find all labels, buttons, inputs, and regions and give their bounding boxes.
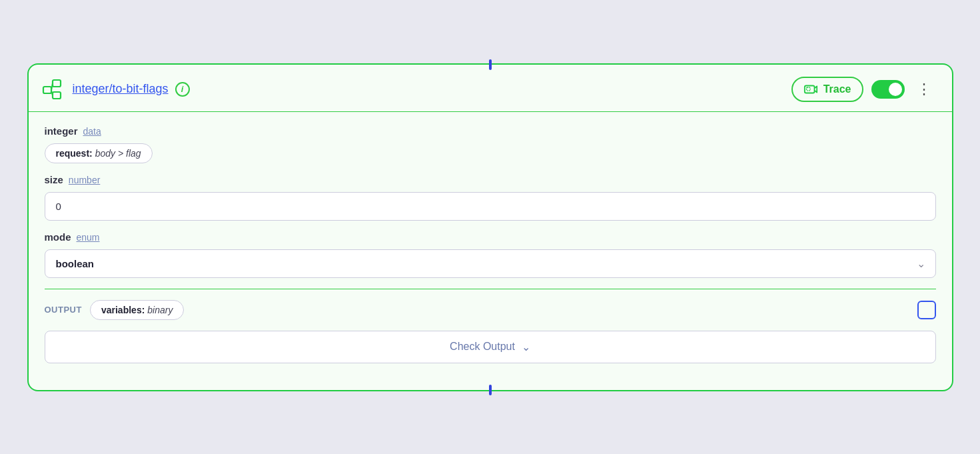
data-tag-key: request: — [56, 148, 93, 159]
svg-line-4 — [51, 91, 53, 95]
output-row: OUTPUT variables: binary — [45, 300, 936, 320]
data-label-row: integer data — [45, 125, 936, 137]
section-divider — [45, 289, 936, 289]
trace-camera-icon — [803, 82, 818, 97]
data-field-type[interactable]: data — [83, 126, 101, 137]
mode-field-name: mode — [45, 231, 71, 243]
svg-rect-6 — [806, 87, 810, 91]
mode-field-type[interactable]: enum — [77, 232, 100, 243]
check-chevron-icon: ⌄ — [522, 341, 530, 353]
header-actions: Trace ⋮ — [791, 77, 936, 102]
data-tag-value: body > flag — [95, 148, 141, 159]
data-tag-pill: request: body > flag — [45, 143, 153, 163]
logo-icon — [42, 77, 66, 101]
mode-field-group: mode enum boolean number string ⌄ — [45, 231, 936, 278]
size-label-row: size number — [45, 174, 936, 185]
title-link[interactable]: integer/to-bit-flags — [73, 82, 169, 96]
size-field-type[interactable]: number — [69, 175, 100, 185]
output-label: OUTPUT — [45, 305, 82, 315]
card-content: integer data request: body > flag size n… — [29, 112, 952, 377]
size-input[interactable] — [45, 192, 936, 221]
more-menu-button[interactable]: ⋮ — [913, 79, 936, 99]
output-checkbox[interactable] — [917, 301, 936, 319]
card-header: integer/to-bit-flags i Trace ⋮ — [29, 65, 952, 112]
check-output-button[interactable]: Check Output ⌄ — [45, 331, 936, 363]
output-tag-pill: variables: binary — [90, 300, 185, 320]
trace-label: Trace — [823, 83, 851, 95]
check-output-label: Check Output — [450, 341, 515, 353]
bottom-connector — [489, 385, 492, 395]
mode-label-row: mode enum — [45, 231, 936, 243]
svg-rect-1 — [53, 80, 61, 87]
trace-button[interactable]: Trace — [791, 77, 863, 102]
output-tag-key: variables: — [101, 305, 145, 315]
toggle-switch[interactable] — [871, 80, 905, 99]
info-icon[interactable]: i — [175, 82, 190, 97]
output-tag-value: binary — [147, 305, 173, 315]
mode-select[interactable]: boolean number string — [45, 249, 936, 278]
size-field-group: size number — [45, 174, 936, 221]
svg-rect-0 — [43, 87, 51, 93]
main-card: integer/to-bit-flags i Trace ⋮ integer — [27, 63, 953, 391]
mode-select-wrapper: boolean number string ⌄ — [45, 249, 936, 278]
svg-rect-2 — [53, 92, 61, 99]
svg-line-3 — [51, 83, 53, 90]
size-field-name: size — [45, 174, 63, 185]
data-field-group: integer data request: body > flag — [45, 125, 936, 163]
top-connector — [489, 59, 492, 70]
data-field-name: integer — [45, 125, 78, 137]
